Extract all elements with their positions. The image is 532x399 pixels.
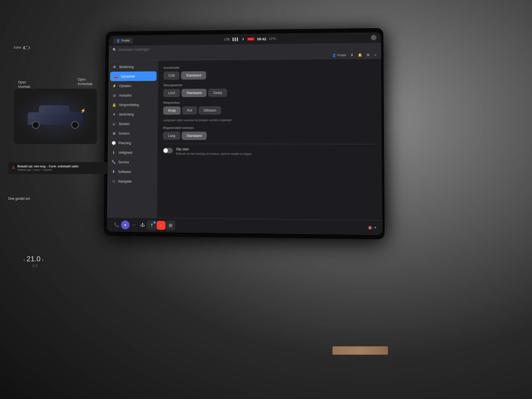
stopmodus-group: Kruip Rol Stilstaan <box>163 106 376 115</box>
regeneratief-standaard-button[interactable]: Standaard <box>182 132 207 140</box>
sos-badge: SOS <box>247 37 254 41</box>
sidebar-label-dynamiek: Dynamiek <box>121 74 135 78</box>
acceleratie-standaard-button[interactable]: Standaard <box>181 71 206 80</box>
warning-text-area: Betaald opl. niet mog. - Contr. onbetaal… <box>17 165 79 171</box>
profile-bar-label: 👤 Profiel <box>332 53 346 57</box>
warning-sub-text: Mobiele app > Menu > Opladen <box>17 168 79 171</box>
temperature: 17°C <box>269 37 276 40</box>
notification-icon[interactable]: 🔔 <box>358 53 362 57</box>
status-left: 👤 Profiel <box>113 38 133 44</box>
settings-content: ⚙ Bediening 🚗 Dynamiek ⚡ Opladen ◎ Autop… <box>107 59 382 220</box>
sidebar-label-scherm: Scherm <box>119 132 130 135</box>
right-arrow[interactable]: › <box>42 258 44 262</box>
bediening-icon: ⚙ <box>112 65 117 69</box>
more-button[interactable]: ··· <box>130 221 139 229</box>
joystick-button[interactable]: 🕹 <box>138 221 147 229</box>
slip-start-label: Slip start Gebruik om het voertuig uit s… <box>176 147 376 157</box>
search-input[interactable] <box>119 45 377 52</box>
sidebar-label-software: Software <box>118 170 131 174</box>
scherm-icon: 🖥 <box>112 131 116 135</box>
open-achterbak-label[interactable]: OpenAchterbak <box>78 78 93 86</box>
sidebar-item-software[interactable]: ⬇ Software <box>108 167 157 177</box>
planning-icon: 🕐 <box>112 141 116 145</box>
sidebar-item-planning[interactable]: 🕐 Planning <box>108 138 158 148</box>
sidebar-label-opladen: Opladen <box>119 84 131 88</box>
sidebar-label-service: Service <box>118 160 129 164</box>
sidebar-item-verlichting[interactable]: ✦ Verlichting <box>108 109 158 119</box>
regeneratief-title: Regeneratief remmen <box>163 126 376 130</box>
sidebar-item-opladen[interactable]: ⚡ Opladen <box>108 81 158 91</box>
toggle-knob <box>163 148 168 153</box>
divider <box>163 144 376 144</box>
veiligheid-icon: ℹ <box>111 150 116 155</box>
left-arrow[interactable]: ‹ <box>24 258 25 262</box>
sidebar-item-dynamiek[interactable]: 🚗 Dynamiek <box>110 71 157 81</box>
sidebar-item-veiligheid[interactable]: ℹ Veiligheid <box>108 148 158 157</box>
sidebar-item-navigatie[interactable]: ◁ Navigatie <box>108 177 157 186</box>
expand-icon[interactable]: ⤢ <box>374 53 377 57</box>
music-button[interactable]: ♪ <box>157 221 165 230</box>
stoelen-icon: ⊔ <box>112 122 116 126</box>
sidebar-label-verlichting: Verlichting <box>119 112 134 116</box>
wood-trim <box>332 346 388 355</box>
speed-display: ‹ 21.0 › <box>24 255 44 263</box>
status-right <box>371 35 377 40</box>
acceleratie-chill-button[interactable]: Chill <box>163 71 180 80</box>
profile-tab-label: Profiel <box>121 39 130 42</box>
camera-button[interactable]: ● <box>121 220 129 229</box>
download-status-icon[interactable]: ⬇ <box>351 53 353 57</box>
warning-icon: ⚠ <box>12 165 15 170</box>
text-button[interactable]: T <box>147 220 157 230</box>
vergrendeling-icon: 🔒 <box>112 103 116 107</box>
phone-button[interactable]: 📞 <box>112 220 121 229</box>
close-icon[interactable]: ✕ <box>374 226 376 229</box>
seatbelt-reminder: Doe gordel om <box>8 197 30 201</box>
opladen-icon: ⚡ <box>112 84 117 88</box>
sidebar-item-autopilot[interactable]: ◎ Autopilot <box>108 90 158 100</box>
sidebar-label-vergrendeling: Vergrendeling <box>119 103 139 107</box>
status-center: LTE ▌▌▌ ⬇ SOS 09:42 17°C <box>224 37 276 41</box>
sidebar-item-service[interactable]: 🔧 Service <box>108 157 157 167</box>
settings-panel: Acceleratie Chill Standaard Stuurgewicht… <box>157 59 382 220</box>
stuurgewicht-title: Stuurgewicht <box>163 82 376 87</box>
stopmodus-rol-button[interactable]: Rol <box>182 106 197 115</box>
sidebar-label-planning: Planning <box>119 141 131 145</box>
battery-indicator <box>23 46 29 49</box>
slip-start-title: Slip start <box>176 147 376 152</box>
slip-start-toggle[interactable] <box>163 148 173 153</box>
search-icon: 🔍 <box>112 48 117 52</box>
stuurgewicht-licht-button[interactable]: Licht <box>163 89 180 97</box>
service-icon: 🔧 <box>111 160 116 164</box>
autopilot-icon: ◎ <box>112 93 116 98</box>
slip-start-row: Slip start Gebruik om het voertuig uit s… <box>163 147 376 156</box>
sidebar-item-scherm[interactable]: 🖥 Scherm <box>108 129 158 138</box>
stuurgewicht-zwaar-button[interactable]: Zwaar <box>208 89 227 97</box>
mute-icon[interactable]: 🔇 <box>368 226 372 230</box>
lte-indicator: LTE <box>224 38 230 41</box>
signal-icon: ▌▌▌ <box>232 37 239 41</box>
grid-icon[interactable]: ⊞ <box>367 53 369 57</box>
volume-area: 🔇 ✕ <box>368 226 377 230</box>
stopmodus-title: Stopmodus <box>163 100 376 104</box>
range-display: 51km <box>14 46 29 49</box>
profile-tab[interactable]: 👤 Profiel <box>113 38 133 44</box>
sidebar: ⚙ Bediening 🚗 Dynamiek ⚡ Opladen ◎ Autop… <box>107 61 158 218</box>
warning-text: Betaald opl. niet mog. - Contr. onbetaal… <box>17 165 79 168</box>
stuurgewicht-group: Licht Standaard Zwaar <box>163 88 376 97</box>
stuurgewicht-standaard-button[interactable]: Standaard <box>181 89 206 97</box>
stopmodus-kruip-button[interactable]: Kruip <box>163 106 181 115</box>
speed-sub: 🎵🎵 <box>32 265 38 267</box>
sidebar-item-bediening[interactable]: ⚙ Bediening <box>109 62 158 72</box>
software-icon: ⬇ <box>111 170 116 174</box>
sidebar-label-bediening: Bediening <box>119 65 134 69</box>
app-button[interactable]: ⊞ <box>165 220 175 230</box>
slip-start-description: Gebruik om het voertuig uit sneeuw, zand… <box>176 152 376 156</box>
sidebar-item-vergrendeling[interactable]: 🔒 Vergrendeling <box>108 100 158 110</box>
tesla-screen: 👤 Profiel LTE ▌▌▌ ⬇ SOS 09:42 17°C 🔍 <box>107 32 382 235</box>
regeneratief-laag-button[interactable]: Laag <box>163 132 180 140</box>
profile-icon: 👤 <box>116 39 120 42</box>
open-voorbak-label[interactable]: OpenVoorbak <box>18 80 30 89</box>
sidebar-item-stoelen[interactable]: ⊔ Stoelen <box>108 119 158 129</box>
warning-panel: ⚠ Betaald opl. niet mog. - Contr. onbeta… <box>8 162 108 174</box>
stopmodus-stilstaan-button[interactable]: Stilstaan <box>199 106 221 114</box>
